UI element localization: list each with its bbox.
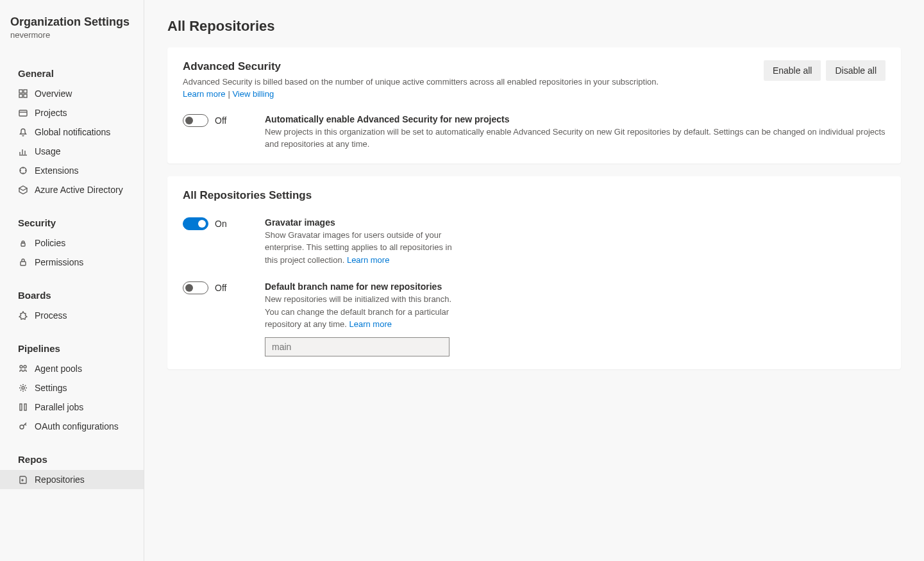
sidebar-item-label: Settings <box>35 383 67 393</box>
sidebar-item-usage[interactable]: Usage <box>0 142 144 161</box>
default-branch-desc: New repositories will be initialized wit… <box>265 293 464 331</box>
aad-icon <box>18 185 28 195</box>
svg-rect-4 <box>19 110 27 116</box>
repos-icon <box>18 474 28 485</box>
svg-rect-0 <box>19 90 22 93</box>
sidebar-subtitle: nevermore <box>10 30 133 40</box>
sidebar-item-azure-active-directory[interactable]: Azure Active Directory <box>0 180 144 199</box>
advanced-security-title: Advanced Security <box>183 60 751 73</box>
svg-rect-12 <box>24 404 26 410</box>
overview-icon <box>18 88 28 99</box>
sidebar-item-label: Projects <box>35 108 67 118</box>
auto-enable-row: Off Automatically enable Advanced Securi… <box>183 114 886 151</box>
auto-enable-toggle[interactable] <box>183 114 208 127</box>
auto-enable-desc: New projects in this organization will b… <box>265 126 886 151</box>
extensions-icon <box>18 165 28 176</box>
svg-rect-2 <box>19 94 22 97</box>
sidebar-header: Organization Settings nevermore <box>0 15 144 50</box>
all-repos-title: All Repositories Settings <box>183 189 886 202</box>
svg-point-9 <box>24 365 26 368</box>
default-branch-title: Default branch name for new repositories <box>265 281 464 292</box>
sidebar-item-permissions[interactable]: Permissions <box>0 253 144 272</box>
default-branch-toggle[interactable] <box>183 281 208 294</box>
projects-icon <box>18 108 28 118</box>
svg-point-10 <box>22 387 24 389</box>
card-actions: Enable all Disable all <box>764 60 886 81</box>
sidebar-item-label: OAuth configurations <box>35 421 119 431</box>
sidebar-item-label: Repositories <box>35 474 85 485</box>
enable-all-button[interactable]: Enable all <box>764 60 821 81</box>
sidebar-item-policies[interactable]: Policies <box>0 233 144 253</box>
svg-rect-11 <box>20 404 22 410</box>
gravatar-desc: Show Gravatar images for users outside o… <box>265 229 464 267</box>
sidebar-item-process[interactable]: Process <box>0 306 144 325</box>
gravatar-title: Gravatar images <box>265 217 464 228</box>
svg-rect-1 <box>24 90 27 93</box>
main-content: All Repositories Advanced Security Advan… <box>144 0 924 561</box>
permissions-icon <box>18 257 28 267</box>
gravatar-learn-more-link[interactable]: Learn more <box>347 255 389 265</box>
sidebar-title: Organization Settings <box>10 15 133 29</box>
agent-icon <box>18 364 28 374</box>
default-branch-row: Off Default branch name for new reposito… <box>183 281 886 356</box>
learn-more-link[interactable]: Learn more <box>183 89 225 99</box>
sidebar-item-label: Usage <box>35 146 60 156</box>
sidebar-item-label: Overview <box>35 88 72 99</box>
notifications-icon <box>18 127 28 137</box>
gravatar-state: On <box>215 219 227 229</box>
policies-icon <box>18 238 28 248</box>
nav-section-title: Repos <box>0 449 144 470</box>
auto-enable-title: Automatically enable Advanced Security f… <box>265 114 886 124</box>
sidebar-item-label: Policies <box>35 238 65 248</box>
gravatar-toggle[interactable] <box>183 217 208 230</box>
sidebar-item-extensions[interactable]: Extensions <box>0 161 144 180</box>
svg-point-8 <box>20 365 22 368</box>
sidebar-item-label: Agent pools <box>35 364 82 374</box>
settings-icon <box>18 383 28 393</box>
process-icon <box>18 310 28 321</box>
sidebar-item-label: Global notifications <box>35 127 110 137</box>
svg-rect-7 <box>21 262 26 265</box>
default-branch-state: Off <box>215 283 226 293</box>
oauth-icon <box>18 421 28 431</box>
usage-icon <box>18 146 28 156</box>
advanced-security-card: Advanced Security Advanced Security is b… <box>167 47 901 163</box>
sidebar-item-repositories[interactable]: Repositories <box>0 470 144 489</box>
sidebar-nav: GeneralOverviewProjectsGlobal notificati… <box>0 63 144 489</box>
nav-section-title: Pipelines <box>0 338 144 359</box>
sidebar-item-label: Permissions <box>35 257 83 267</box>
svg-rect-6 <box>21 243 25 246</box>
disable-all-button[interactable]: Disable all <box>826 60 886 81</box>
sidebar-item-label: Parallel jobs <box>35 402 83 412</box>
nav-section-title: Security <box>0 212 144 233</box>
sidebar-item-global-notifications[interactable]: Global notifications <box>0 122 144 142</box>
page-title: All Repositories <box>167 18 901 35</box>
nav-section-title: General <box>0 63 144 84</box>
sidebar-item-overview[interactable]: Overview <box>0 84 144 103</box>
sidebar-item-agent-pools[interactable]: Agent pools <box>0 359 144 378</box>
view-billing-link[interactable]: View billing <box>232 89 274 99</box>
advanced-security-desc: Advanced Security is billed based on the… <box>183 76 751 88</box>
sidebar-item-label: Azure Active Directory <box>35 185 123 195</box>
sidebar-item-label: Extensions <box>35 165 78 176</box>
sidebar-item-projects[interactable]: Projects <box>0 103 144 122</box>
all-repos-card: All Repositories Settings On Gravatar im… <box>167 176 901 369</box>
parallel-icon <box>18 402 28 412</box>
default-branch-input[interactable] <box>265 337 449 356</box>
sidebar-item-settings[interactable]: Settings <box>0 378 144 398</box>
card-header: Advanced Security Advanced Security is b… <box>183 60 886 99</box>
svg-point-14 <box>22 480 23 481</box>
sidebar-item-oauth-configurations[interactable]: OAuth configurations <box>0 417 144 436</box>
gravatar-row: On Gravatar images Show Gravatar images … <box>183 217 886 267</box>
auto-enable-state: Off <box>215 115 226 126</box>
sidebar-item-parallel-jobs[interactable]: Parallel jobs <box>0 398 144 417</box>
sidebar-item-label: Process <box>35 310 67 321</box>
sidebar: Organization Settings nevermore GeneralO… <box>0 0 144 561</box>
default-branch-learn-more-link[interactable]: Learn more <box>349 319 392 329</box>
svg-rect-3 <box>24 94 27 97</box>
svg-point-13 <box>20 425 24 429</box>
nav-section-title: Boards <box>0 285 144 306</box>
